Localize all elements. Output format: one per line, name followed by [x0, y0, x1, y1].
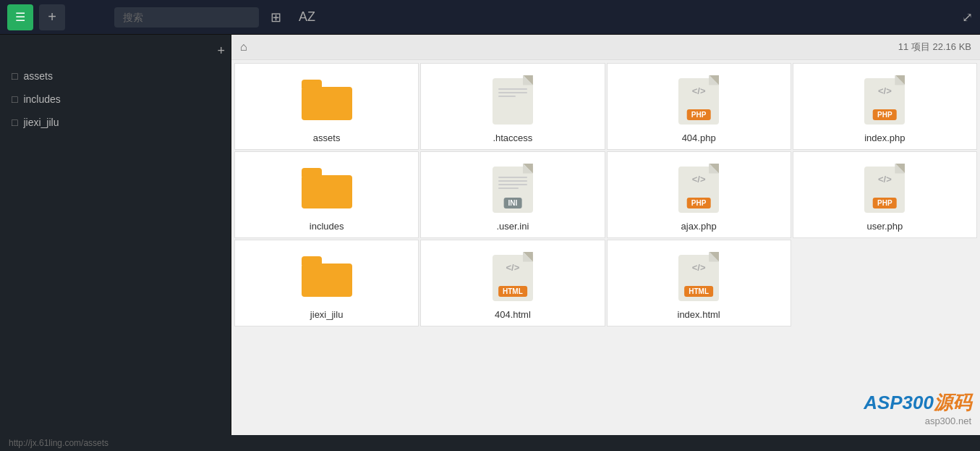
file-item-indexphp[interactable]: </> PHP index.php — [793, 63, 977, 150]
file-name-indexphp: index.php — [864, 132, 905, 143]
sidebar-item-label: assets — [23, 70, 52, 82]
file-icon-indexphp: </> PHP — [799, 72, 971, 127]
file-item-indexhtml[interactable]: </> HTML index.html — [607, 240, 791, 326]
folder-icon: □ — [12, 117, 17, 128]
file-item-assets[interactable]: assets — [234, 63, 419, 150]
file-panel-header: ⌂ 11 项目 22.16 KB — [231, 35, 980, 60]
file-icon-jiexi-jilu — [241, 249, 412, 303]
sort-icon: AZ — [299, 9, 315, 25]
file-name-user-ini: .user.ini — [496, 221, 529, 232]
expand-icon: ⤢ — [962, 10, 973, 25]
file-info: 11 项目 22.16 KB — [898, 41, 971, 54]
file-item-jiexi-jilu[interactable]: jiexi_jilu — [234, 240, 419, 326]
file-item-userphp[interactable]: </> PHP user.php — [793, 151, 977, 238]
toolbar: ☰ + ⊞ AZ ⤢ — [0, 0, 980, 35]
file-icon-indexhtml: </> HTML — [613, 249, 785, 303]
file-name-404html: 404.html — [495, 309, 531, 320]
breadcrumb: ⌂ — [240, 41, 247, 54]
sidebar-toolbar: + — [0, 41, 231, 64]
sidebar-item-assets[interactable]: □ assets — [0, 64, 231, 88]
search-input[interactable] — [114, 7, 259, 28]
file-icon-404php: </> PHP — [613, 72, 785, 127]
file-name-htaccess: .htaccess — [493, 132, 532, 143]
sidebar-item-label: includes — [23, 93, 60, 105]
file-name-userphp: user.php — [866, 221, 903, 232]
file-item-404php[interactable]: </> PHP 404.php — [607, 63, 791, 150]
file-name-indexhtml: index.html — [678, 309, 720, 320]
file-item-404html[interactable]: </> HTML 404.html — [420, 240, 605, 326]
sidebar: + □ assets □ includes □ jiexi_jilu — [0, 35, 231, 435]
file-icon-includes — [241, 161, 412, 215]
file-name-assets: assets — [313, 132, 341, 143]
menu-icon: ☰ — [15, 10, 25, 24]
sidebar-add-button[interactable]: + — [217, 43, 225, 59]
grid-icon: ⊞ — [270, 9, 281, 25]
expand-button[interactable]: ⤢ — [962, 9, 973, 25]
file-icon-404html: </> HTML — [427, 249, 598, 303]
file-name-includes: includes — [310, 221, 344, 232]
sort-button[interactable]: AZ — [293, 7, 321, 28]
status-bar: http://jx.61ling.com/assets — [0, 435, 980, 451]
home-button[interactable]: ⌂ — [240, 41, 247, 54]
sidebar-item-label: jiexi_jilu — [23, 117, 59, 128]
grid-view-button[interactable]: ⊞ — [265, 7, 287, 28]
sidebar-item-jiexi-jilu[interactable]: □ jiexi_jilu — [0, 111, 231, 134]
file-item-ajaxphp[interactable]: </> PHP ajax.php — [607, 151, 791, 238]
file-icon-ajaxphp: </> PHP — [613, 161, 785, 215]
file-grid: assets .htaccess — [231, 60, 980, 435]
folder-icon: □ — [12, 93, 17, 105]
file-item-user-ini[interactable]: INI .user.ini — [420, 151, 605, 238]
file-name-ajaxphp: ajax.php — [681, 221, 717, 232]
file-panel: ⌂ 11 项目 22.16 KB assets — [231, 35, 980, 435]
file-icon-userphp: </> PHP — [799, 161, 971, 215]
menu-button[interactable]: ☰ — [7, 4, 33, 30]
file-name-jiexi-jilu: jiexi_jilu — [310, 309, 344, 320]
sidebar-item-includes[interactable]: □ includes — [0, 88, 231, 111]
file-icon-user-ini: INI — [427, 161, 598, 215]
file-item-htaccess[interactable]: .htaccess — [420, 63, 605, 150]
file-name-404php: 404.php — [682, 132, 716, 143]
add-icon: + — [48, 9, 56, 25]
file-icon-htaccess — [427, 72, 598, 127]
main-area: + □ assets □ includes □ jiexi_jilu ⌂ 11 … — [0, 35, 980, 435]
file-icon-assets — [241, 72, 412, 127]
add-button[interactable]: + — [39, 4, 65, 30]
file-item-includes[interactable]: includes — [234, 151, 419, 238]
status-url: http://jx.61ling.com/assets — [9, 438, 108, 448]
folder-icon: □ — [12, 70, 17, 82]
